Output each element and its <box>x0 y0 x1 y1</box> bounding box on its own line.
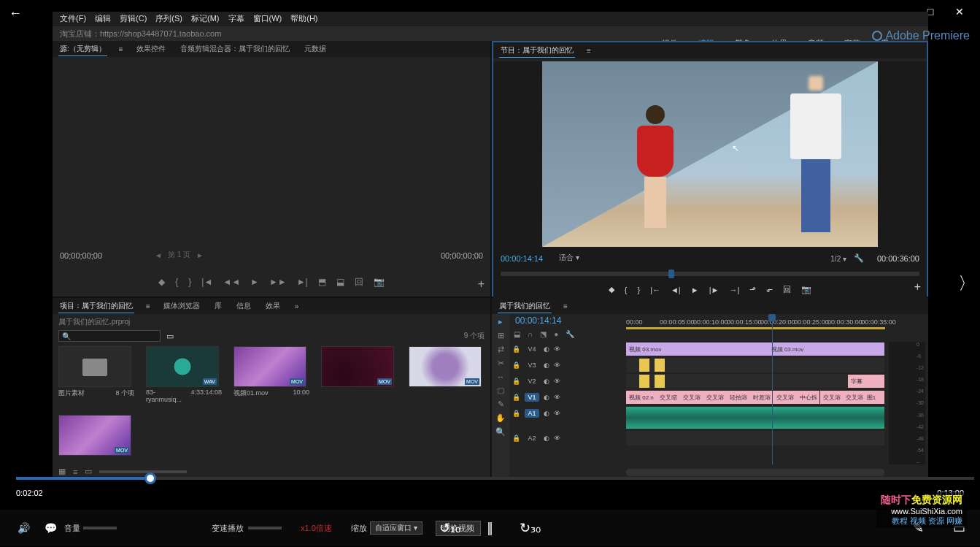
timeline-clip[interactable]: 中心拆 <box>797 391 820 404</box>
track-header-v1[interactable]: 🔒V1◐👁 <box>512 390 622 405</box>
timeline-snap-icon[interactable]: ⬓ <box>514 330 520 338</box>
project-bin-item[interactable]: MOV <box>409 346 485 403</box>
menu-title[interactable]: 字幕 <box>228 13 244 25</box>
close-button[interactable]: ✕ <box>945 1 974 22</box>
program-play-icon[interactable]: ► <box>691 286 699 294</box>
rewind-10-icon[interactable]: ↺₁₀ <box>439 520 460 536</box>
source-mark-out-icon[interactable]: } <box>188 277 191 287</box>
lock-icon[interactable]: 🔒 <box>512 345 520 353</box>
bin-thumbnail[interactable]: MOV <box>409 346 482 387</box>
source-camera-icon[interactable]: 📷 <box>374 277 385 287</box>
track-lane-a2[interactable] <box>626 431 884 445</box>
tab-project-menu[interactable]: ≡ <box>146 302 150 310</box>
volume-icon[interactable]: 🔊 <box>18 522 30 534</box>
program-in-icon[interactable]: { <box>625 286 628 294</box>
forward-30-icon[interactable]: ↻₃₀ <box>520 520 541 536</box>
tab-info[interactable]: 信息 <box>235 299 252 313</box>
project-bin-item[interactable]: MOV <box>321 346 397 403</box>
track-lane-v3[interactable] <box>626 358 884 372</box>
project-icon-view-icon[interactable]: ▦ <box>58 467 66 476</box>
program-preview[interactable]: ↖ <box>542 61 878 247</box>
timeline-settings-icon[interactable]: ● <box>554 330 558 338</box>
bin-thumbnail[interactable]: MOV <box>58 415 131 456</box>
program-extract-icon[interactable]: ⬐ <box>766 285 773 294</box>
timeline-clip[interactable]: 时差溶 <box>750 391 773 404</box>
timeline-playhead-time[interactable]: 00:00:14:14 <box>515 315 561 326</box>
source-stepfwd-icon[interactable]: ►| <box>297 277 308 287</box>
timeline-clip[interactable]: 交叉溶 <box>843 391 863 404</box>
track-lane-v4[interactable]: 视频 03.mov视频 03.mov <box>626 342 884 356</box>
selection-tool-icon[interactable]: ▸ <box>498 317 503 326</box>
project-freeform-icon[interactable]: ▭ <box>85 467 92 476</box>
hand-tool-icon[interactable]: ✋ <box>495 413 506 423</box>
timeline-clip[interactable]: 交叉缩 <box>657 391 680 404</box>
source-prev-icon[interactable]: ◄ <box>155 251 162 259</box>
project-bin-item[interactable]: 图片素材8 个项 <box>58 346 134 403</box>
tab-effects[interactable]: 效果 <box>264 299 282 313</box>
tab-source[interactable]: 源:（无剪辑） <box>58 42 107 56</box>
toggle-output-icon[interactable]: ◐ <box>544 345 549 353</box>
track-lane-v2[interactable]: 字幕 <box>626 374 884 389</box>
menu-window[interactable]: 窗口(W) <box>253 13 282 25</box>
timeline-clip[interactable] <box>639 359 649 372</box>
lock-icon[interactable]: 🔒 <box>512 435 520 442</box>
timeline-clip[interactable]: 图1 <box>864 391 884 404</box>
slip-tool-icon[interactable]: ↔ <box>497 372 505 381</box>
track-header-a1[interactable]: 🔒A1◐👁 <box>512 406 622 421</box>
source-insert-icon[interactable]: ⬒ <box>318 277 326 287</box>
source-back-icon[interactable]: ◄◄ <box>223 277 240 287</box>
zoom-dropdown[interactable]: 自适应窗口 ▾ <box>370 521 423 535</box>
eye-icon[interactable]: 👁 <box>554 345 560 353</box>
timeline-clip[interactable]: 交叉溶 <box>773 391 797 404</box>
project-bin-item[interactable]: MOV视频01.mov10:00 <box>234 346 309 403</box>
toggle-output-icon[interactable]: ◐ <box>544 394 549 401</box>
track-header-a2[interactable]: 🔒A2◐👁 <box>512 431 622 445</box>
eye-icon[interactable]: 👁 <box>554 410 560 417</box>
tab-metadata[interactable]: 元数据 <box>303 42 328 56</box>
source-next-icon[interactable]: ► <box>196 251 204 259</box>
ripple-tool-icon[interactable]: ⇄ <box>498 345 504 354</box>
track-label[interactable]: V4 <box>525 345 539 353</box>
lock-icon[interactable]: 🔒 <box>512 378 520 385</box>
timeline-clip[interactable]: 视频 02.n <box>626 391 657 404</box>
timeline-ruler[interactable]: 00:0000:00:05:0000:00:10:0000:00:15:0000… <box>626 318 884 336</box>
tab-sequence-menu[interactable]: ≡ <box>563 302 568 310</box>
timeline-clip[interactable] <box>639 375 649 388</box>
track-header-v2[interactable]: 🔒V2◐👁 <box>512 374 622 389</box>
timeline-clip[interactable]: 视频 03.mov <box>768 343 884 356</box>
tab-project-more[interactable]: » <box>293 301 301 312</box>
program-scrubber[interactable] <box>501 272 919 276</box>
program-time-current[interactable]: 00:00:14:14 <box>501 254 543 263</box>
program-add-button[interactable]: + <box>914 280 921 294</box>
menu-edit[interactable]: 编辑 <box>95 13 111 25</box>
menu-clip[interactable]: 剪辑(C) <box>120 13 147 25</box>
source-fwd-icon[interactable]: ►► <box>269 277 287 287</box>
bin-thumbnail[interactable] <box>58 346 131 387</box>
timeline-clip[interactable] <box>655 359 665 372</box>
track-label[interactable]: A1 <box>525 409 539 418</box>
timeline-work-area[interactable] <box>626 327 885 329</box>
track-label[interactable]: V2 <box>525 378 539 385</box>
volume-slider[interactable] <box>83 527 117 529</box>
video-progress-bar[interactable] <box>16 477 974 480</box>
type-tool-icon[interactable]: ✎ <box>498 399 504 409</box>
tab-sequence[interactable]: 属于我们的回忆 <box>498 299 552 313</box>
timeline-clip[interactable]: 轻拍溶 <box>727 391 750 404</box>
toggle-output-icon[interactable]: ◐ <box>544 378 549 385</box>
bin-thumbnail[interactable]: MOV <box>234 346 306 387</box>
tab-audio-mixer[interactable]: 音频剪辑混合器：属于我们的回忆 <box>179 42 291 56</box>
tab-effect-controls[interactable]: 效果控件 <box>135 42 167 56</box>
razor-tool-icon[interactable]: ✂ <box>498 359 504 368</box>
track-lane-a1[interactable] <box>626 406 884 429</box>
track-header-v3[interactable]: 🔒V3◐👁 <box>512 358 622 372</box>
bin-thumbnail[interactable]: MOV <box>321 346 394 387</box>
source-overwrite-icon[interactable]: ⬓ <box>336 277 344 287</box>
timeline-marker-icon[interactable]: ⬔ <box>540 330 547 338</box>
program-lift-icon[interactable]: ⬏ <box>749 285 756 294</box>
tab-library[interactable]: 库 <box>213 299 223 313</box>
program-goin-icon[interactable]: |← <box>650 286 660 294</box>
back-arrow-icon[interactable]: ← <box>9 6 22 21</box>
timeline-clip[interactable]: 交叉溶 <box>820 391 844 404</box>
source-play-icon[interactable]: ► <box>250 277 259 287</box>
tab-source-menu[interactable]: ≡ <box>119 45 123 53</box>
